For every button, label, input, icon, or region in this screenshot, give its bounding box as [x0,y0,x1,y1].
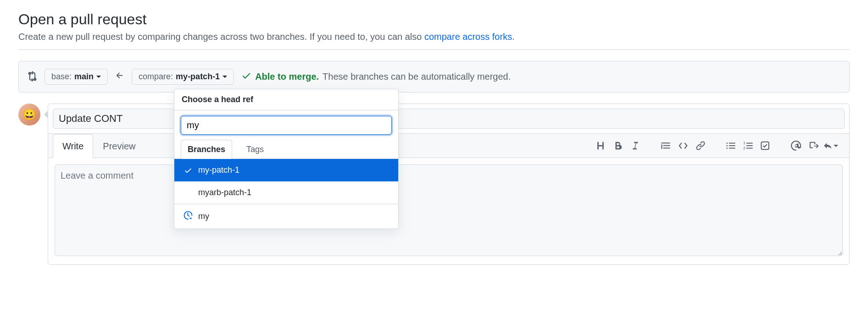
bold-icon[interactable] [611,138,625,153]
page-title: Open a pull request [18,11,850,28]
editor-tabs: Write Preview 12 [48,133,849,158]
history-icon [184,211,193,222]
merge-status: Able to merge. These branches can be aut… [241,71,511,83]
branch-item-selected[interactable]: my-patch-1 [174,159,398,181]
caret-down-icon [96,76,101,78]
tab-preview[interactable]: Preview [93,134,145,158]
markdown-toolbar: 12 [587,138,845,153]
branch-item[interactable]: myarb-patch-1 [174,181,398,204]
branch-item-label: my-patch-1 [198,165,239,175]
cross-reference-icon[interactable] [806,138,821,153]
compare-branch-button[interactable]: compare: my-patch-1 [132,69,234,85]
tab-tags[interactable]: Tags [239,140,271,159]
head-ref-dropdown: Choose a head ref Branches Tags my-patch… [174,89,399,229]
tab-branches[interactable]: Branches [181,140,232,159]
comment-area: 😀 Write Preview [18,104,850,265]
check-icon [184,166,193,175]
svg-rect-5 [729,148,735,149]
list-ordered-icon[interactable]: 12 [741,138,756,153]
branch-item-label: myarb-patch-1 [198,188,251,197]
merge-able-text: Able to merge. [255,71,319,82]
page-subtitle: Create a new pull request by comparing c… [18,32,850,42]
history-item-label: my [198,212,209,221]
avatar[interactable]: 😀 [18,104,40,126]
base-branch-button[interactable]: base: main [45,69,108,85]
check-icon [241,71,251,83]
svg-rect-3 [729,143,735,144]
base-branch-name: main [74,72,94,82]
svg-rect-10 [746,148,753,149]
compare-prefix: compare: [139,72,173,82]
heading-icon[interactable] [593,138,608,153]
svg-point-0 [726,142,728,144]
arrow-left-icon [115,71,124,82]
compare-branch-name: my-patch-1 [176,72,220,82]
history-item[interactable]: my [174,204,398,229]
caret-down-icon [223,76,227,78]
quote-icon[interactable] [658,138,673,153]
tab-write[interactable]: Write [53,134,93,158]
base-prefix: base: [51,72,72,82]
git-compare-icon [26,71,37,83]
svg-rect-9 [746,145,753,146]
comment-box: Write Preview 12 [48,104,850,265]
compare-forks-link[interactable]: compare across forks [424,32,512,42]
link-icon[interactable] [693,138,708,153]
reply-icon[interactable] [823,138,838,153]
list-unordered-icon[interactable] [723,138,738,153]
mention-icon[interactable] [789,138,803,153]
svg-rect-8 [746,143,753,144]
divider [18,49,850,50]
code-icon[interactable] [676,138,690,153]
svg-point-2 [726,148,728,149]
subtitle-suffix: . [512,32,515,42]
branch-search-input[interactable] [181,116,392,135]
compare-bar: base: main compare: my-patch-1 Able to m… [18,61,850,93]
italic-icon[interactable] [628,138,643,153]
subtitle-text: Create a new pull request by comparing c… [18,32,424,42]
merge-detail-text: These branches can be automatically merg… [323,71,511,82]
svg-text:1: 1 [743,141,746,145]
svg-rect-4 [729,145,735,146]
comment-textarea[interactable] [55,164,843,256]
svg-point-1 [726,145,728,147]
svg-text:2: 2 [743,146,746,150]
pr-title-input[interactable] [53,109,845,129]
dropdown-title: Choose a head ref [174,89,398,110]
tasklist-icon[interactable] [758,138,773,153]
